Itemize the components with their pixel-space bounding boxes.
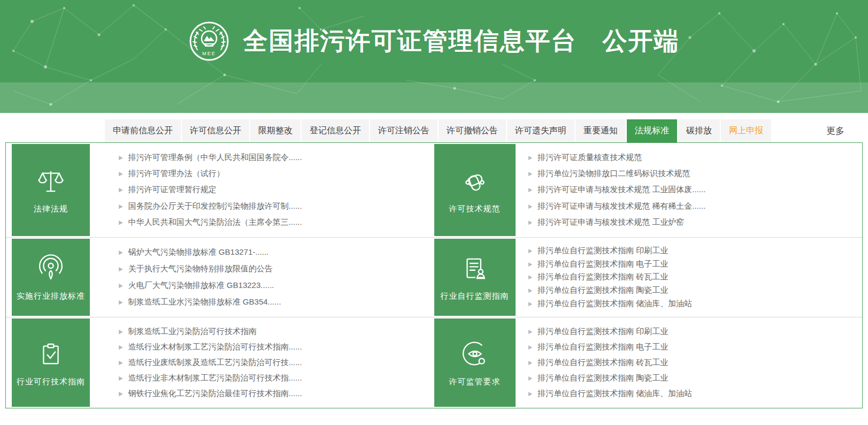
doc-link-label: 排污单位污染物排放口二维码标识技术规范 [537,169,690,179]
doc-link-label: 火电厂大气污染物排放标准 GB13223...... [128,280,274,291]
arrow-bullet-icon: ▶ [528,203,533,209]
arrow-bullet-icon: ▶ [119,344,123,350]
tab-deadline-rectification[interactable]: 限期整改 [250,119,301,142]
tile-label: 行业可行技术指南 [17,377,85,387]
tab-permit-cancellation-notice[interactable]: 许可注销公告 [370,119,437,142]
tile-industry-self-monitoring-guides[interactable]: 行业自行监测指南 [434,239,516,316]
doc-link[interactable]: ▶排污单位自行监测技术指南 电子工业 [528,259,857,269]
doc-link[interactable]: ▶排污单位自行监测技术指南 印刷工业 [528,327,857,337]
doc-link[interactable]: ▶制浆造纸工业水污染物排放标准 GB354...... [119,297,429,307]
tab-registration-info[interactable]: 登记信息公开 [302,119,369,142]
page-title: 全国排污许可证管理信息平台 公开端 [243,25,680,58]
doc-link-label: 锅炉大气污染物排放标准 GB13271-...... [128,247,269,257]
clipboard-check-icon [35,339,66,370]
links-icon [459,166,490,197]
doc-link[interactable]: ▶排污单位自行监测技术指南 陶瓷工业 [528,373,857,383]
broadcast-icon [35,253,66,284]
doc-link-label: 排污单位自行监测技术指南 电子工业 [537,342,668,352]
doc-link[interactable]: ▶排污单位自行监测技术指南 砖瓦工业 [528,272,857,282]
doc-link[interactable]: ▶排污许可证质量核查技术规范 [528,153,857,163]
doc-link[interactable]: ▶排污单位自行监测技术指南 储油库、加油站 [528,299,857,309]
tab-important-notice[interactable]: 重要通知 [575,119,626,142]
doc-list: ▶排污单位自行监测技术指南 印刷工业▶排污单位自行监测技术指南 电子工业▶排污单… [516,317,863,408]
section-industry-feasible-tech-guides: 行业可行技术指南 ▶制浆造纸工业污染防治可行技术指南▶造纸行业木材制浆工艺污染防… [6,317,434,408]
tile-permit-technical-specs[interactable]: 许可技术规范 [434,144,516,236]
doc-link[interactable]: ▶造纸行业木材制浆工艺污染防治可行技术指南...... [119,342,429,352]
doc-link[interactable]: ▶排污许可管理办法（试行） [119,169,429,179]
doc-link[interactable]: ▶中华人民共和国大气污染防治法（主席令第三...... [119,217,429,227]
arrow-bullet-icon: ▶ [119,219,123,226]
doc-link[interactable]: ▶排污单位自行监测技术指南 印刷工业 [528,246,857,256]
doc-link[interactable]: ▶国务院办公厅关于印发控制污染物排放许可制...... [119,201,429,211]
arrow-bullet-icon: ▶ [528,154,533,161]
arrow-bullet-icon: ▶ [528,187,533,193]
tab-carbon-emission[interactable]: 碳排放 [678,119,720,142]
section-row: 实施行业排放标准 ▶锅炉大气污染物排放标准 GB13271-......▶关于执… [6,237,862,317]
doc-link-label: 造纸行业废纸制浆及造纸工艺污染防治可行技...... [128,358,302,368]
tile-industry-emission-standards[interactable]: 实施行业排放标准 [12,239,90,316]
doc-link[interactable]: ▶关于执行大气污染物特别排放限值的公告 [119,264,429,274]
tile-permit-supervision-requirements[interactable]: 许可监管要求 [434,318,516,407]
doc-link[interactable]: ▶排污许可证申请与核发技术规范 稀有稀土金...... [528,201,857,211]
doc-link-label: 排污许可管理条例（中华人民共和国国务院令...... [128,153,302,163]
doc-link[interactable]: ▶制浆造纸工业污染防治可行技术指南 [119,327,429,337]
arrow-bullet-icon: ▶ [119,359,123,366]
tab-pre-application-info[interactable]: 申请前信息公开 [105,119,181,142]
doc-link-label: 排污单位自行监测技术指南 储油库、加油站 [537,389,692,399]
more-link[interactable]: 更多 [826,125,863,137]
doc-link[interactable]: ▶排污许可证管理暂行规定 [119,185,429,195]
arrow-bullet-icon: ▶ [119,299,123,305]
doc-link[interactable]: ▶排污单位自行监测技术指南 砖瓦工业 [528,358,857,368]
doc-link[interactable]: ▶火电厂大气污染物排放标准 GB13223...... [119,280,429,291]
arrow-bullet-icon: ▶ [528,287,533,294]
doc-link-label: 排污单位自行监测技术指南 储油库、加油站 [537,299,692,309]
arrow-bullet-icon: ▶ [528,344,533,350]
scales-icon [35,166,66,197]
tab-permit-info[interactable]: 许可信息公开 [182,119,249,142]
doc-list: ▶制浆造纸工业污染防治可行技术指南▶造纸行业木材制浆工艺污染防治可行技术指南..… [90,317,434,408]
doc-link[interactable]: ▶排污许可证申请与核发技术规范 工业固体废...... [528,185,857,195]
doc-link-label: 排污许可证质量核查技术规范 [537,153,642,163]
doc-link[interactable]: ▶排污单位自行监测技术指南 电子工业 [528,342,857,352]
doc-link-label: 造纸行业木材制浆工艺污染防治可行技术指南...... [128,342,302,352]
doc-list: ▶锅炉大气污染物排放标准 GB13271-......▶关于执行大气污染物特别排… [90,238,434,317]
document-stamp-icon [459,253,490,284]
doc-link-label: 排污许可证管理暂行规定 [128,185,217,195]
arrow-bullet-icon: ▶ [528,247,533,254]
doc-link-label: 排污许可证申请与核发技术规范 稀有稀土金...... [537,201,705,211]
section-permit-supervision-requirements: 许可监管要求 ▶排污单位自行监测技术指南 印刷工业▶排污单位自行监测技术指南 电… [434,317,863,408]
tab-permit-revocation-notice[interactable]: 许可撤销公告 [439,119,506,142]
site-header: MEE 全国排污许可证管理信息平台 公开端 [0,0,868,113]
section-industry-self-monitoring-guides: 行业自行监测指南 ▶排污单位自行监测技术指南 印刷工业▶排污单位自行监测技术指南… [434,238,863,317]
doc-link[interactable]: ▶锅炉大气污染物排放标准 GB13271-...... [119,247,429,257]
arrow-bullet-icon: ▶ [528,328,533,335]
doc-link[interactable]: ▶排污单位自行监测技术指南 储油库、加油站 [528,389,857,399]
doc-link[interactable]: ▶排污许可证申请与核发技术规范 工业炉窑 [528,217,857,227]
doc-link-label: 排污单位自行监测技术指南 陶瓷工业 [537,373,668,383]
doc-link[interactable]: ▶造纸行业废纸制浆及造纸工艺污染防治可行技...... [119,358,429,368]
doc-link[interactable]: ▶排污单位污染物排放口二维码标识技术规范 [528,169,857,179]
tile-label: 实施行业排放标准 [17,291,85,301]
tab-online-declaration[interactable]: 网上申报 [721,119,771,142]
doc-link-label: 制浆造纸工业水污染物排放标准 GB354...... [128,297,281,307]
doc-list: ▶排污许可证质量核查技术规范▶排污单位污染物排放口二维码标识技术规范▶排污许可证… [516,143,863,237]
tile-label: 法律法规 [34,204,68,214]
doc-link-label: 钢铁行业焦化工艺污染防治最佳可行技术指南...... [128,389,302,399]
doc-link[interactable]: ▶钢铁行业焦化工艺污染防治最佳可行技术指南...... [119,389,429,399]
tab-regulations-standards[interactable]: 法规标准 [627,119,677,142]
tile-laws-regulations[interactable]: 法律法规 [12,144,90,236]
doc-list: ▶排污许可管理条例（中华人民共和国国务院令......▶排污许可管理办法（试行）… [90,143,434,237]
doc-link-label: 排污单位自行监测技术指南 印刷工业 [537,246,668,256]
doc-link[interactable]: ▶排污单位自行监测技术指南 陶瓷工业 [528,285,857,295]
doc-link[interactable]: ▶造纸行业非木材制浆工艺污染防治可行技术指...... [119,373,429,383]
doc-link-label: 排污单位自行监测技术指南 电子工业 [537,259,668,269]
arrow-bullet-icon: ▶ [528,171,533,177]
tab-permit-loss-statement[interactable]: 许可遗失声明 [507,119,574,142]
arrow-bullet-icon: ▶ [119,203,123,209]
arrow-bullet-icon: ▶ [528,219,533,226]
doc-list: ▶排污单位自行监测技术指南 印刷工业▶排污单位自行监测技术指南 电子工业▶排污单… [516,238,863,317]
doc-link[interactable]: ▶排污许可管理条例（中华人民共和国国务院令...... [119,153,429,163]
section-row: 行业可行技术指南 ▶制浆造纸工业污染防治可行技术指南▶造纸行业木材制浆工艺污染防… [6,317,862,408]
tile-industry-feasible-tech-guides[interactable]: 行业可行技术指南 [12,318,90,407]
section-row: 法律法规 ▶排污许可管理条例（中华人民共和国国务院令......▶排污许可管理办… [6,143,862,237]
